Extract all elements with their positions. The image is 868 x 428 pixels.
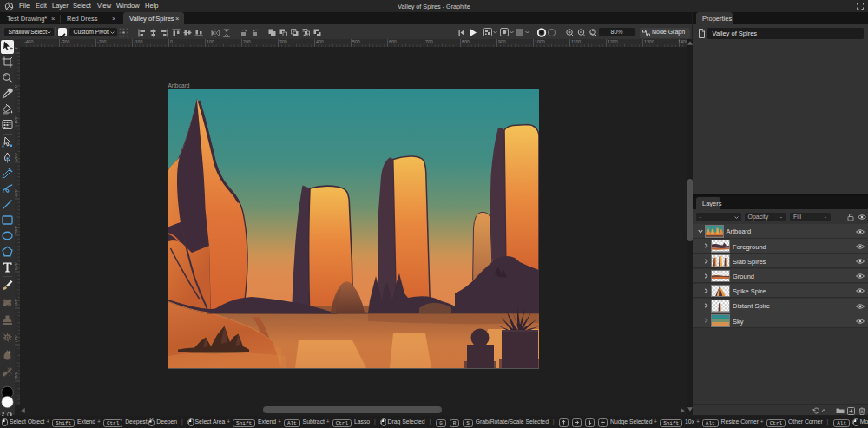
svg-text:-100: -100: [15, 47, 18, 51]
svg-text:900: 900: [498, 39, 506, 44]
svg-text:600: 600: [15, 299, 18, 306]
svg-text:-300: -300: [61, 39, 69, 44]
svg-text:800: 800: [15, 372, 18, 379]
svg-text:1100: 1100: [571, 39, 581, 44]
svg-text:300: 300: [279, 39, 287, 44]
svg-text:600: 600: [389, 39, 397, 44]
svg-text:1000: 1000: [535, 39, 545, 44]
svg-text:300: 300: [15, 189, 18, 197]
svg-text:400: 400: [15, 226, 18, 234]
svg-text:100: 100: [15, 116, 18, 124]
svg-text:700: 700: [15, 335, 18, 343]
svg-text:200: 200: [15, 153, 18, 161]
svg-text:500: 500: [352, 39, 360, 44]
svg-text:400: 400: [316, 39, 324, 44]
svg-text:-400: -400: [24, 39, 33, 44]
svg-text:700: 700: [425, 39, 433, 44]
svg-text:100: 100: [207, 39, 214, 44]
svg-text:0: 0: [170, 39, 173, 44]
svg-text:0: 0: [15, 85, 18, 88]
svg-text:-200: -200: [97, 39, 106, 44]
svg-text:200: 200: [243, 39, 251, 44]
svg-text:-100: -100: [134, 39, 142, 44]
svg-text:1200: 1200: [608, 39, 618, 44]
svg-text:500: 500: [15, 262, 18, 270]
svg-text:800: 800: [462, 39, 470, 44]
svg-text:1300: 1300: [644, 39, 654, 44]
